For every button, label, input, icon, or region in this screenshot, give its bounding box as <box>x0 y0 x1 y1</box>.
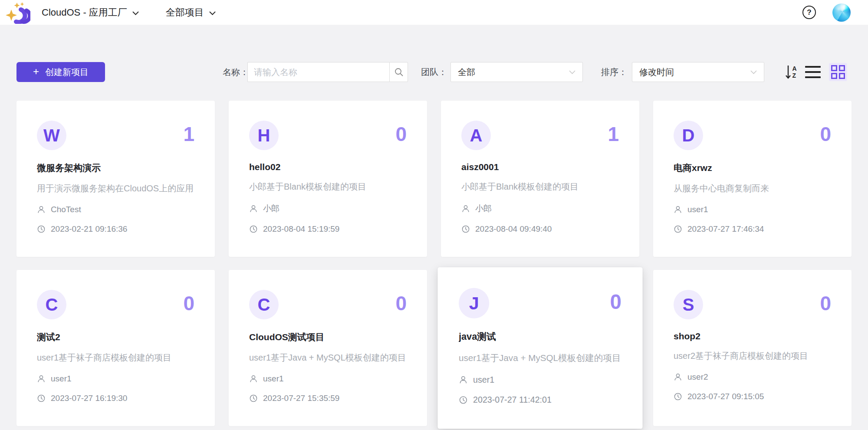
create-project-button[interactable]: + 创建新项目 <box>16 62 105 82</box>
project-owner: user1 <box>263 374 284 384</box>
project-card[interactable]: D 0 电商xrwz 从服务中心电商复制而来 user1 2023-07-27 … <box>653 101 852 257</box>
project-owner-row: user1 <box>37 374 194 384</box>
project-title: CloudOS测试项目 <box>249 331 407 343</box>
project-updated-time: 2023-07-27 09:15:05 <box>687 392 764 401</box>
clock-icon <box>37 394 46 403</box>
help-icon[interactable]: ? <box>802 6 816 19</box>
app-title: CloudOS - 应用工厂 <box>42 6 127 19</box>
app-count-badge: 0 <box>610 288 621 316</box>
sort-select[interactable]: 修改时间 <box>632 62 764 82</box>
project-title: hello02 <box>249 162 407 172</box>
project-owner-row: user1 <box>459 375 621 385</box>
clock-icon <box>249 394 258 403</box>
project-initial: C <box>258 295 270 315</box>
project-avatar: C <box>249 290 279 319</box>
name-search-input[interactable] <box>247 62 389 82</box>
project-avatar: W <box>37 121 66 150</box>
app-count-badge: 0 <box>820 290 831 317</box>
project-title: 测试2 <box>37 331 194 343</box>
project-owner-row: user2 <box>674 372 831 382</box>
project-card[interactable]: J 0 java测试 user1基于Java + MySQL模板创建的项目 us… <box>437 267 642 429</box>
person-icon <box>459 375 468 384</box>
cloudos-logo-icon <box>5 2 30 24</box>
project-avatar: S <box>674 290 703 319</box>
project-owner-row: user1 <box>674 205 831 214</box>
project-description: user1基于Java + MySQL模板创建的项目 <box>249 352 407 364</box>
project-title: java测试 <box>459 331 621 343</box>
person-icon <box>674 373 682 381</box>
chevron-down-icon <box>132 11 139 15</box>
project-card[interactable]: C 0 测试2 user1基于袜子商店模板创建的项目 user1 2023-07… <box>16 270 215 426</box>
project-updated-time: 2023-07-27 15:35:59 <box>263 394 339 403</box>
user-avatar[interactable] <box>832 3 851 22</box>
project-avatar: C <box>37 290 66 319</box>
project-description: user1基于Java + MySQL模板创建的项目 <box>459 352 621 364</box>
project-updated-time: 2023-07-27 11:42:01 <box>473 395 552 405</box>
project-owner: user1 <box>51 374 72 384</box>
app-count-badge: 0 <box>395 121 407 148</box>
project-card[interactable]: A 1 aisz0001 小郎基于Blank模板创建的项目 小郎 2023-08… <box>441 101 639 257</box>
project-title: 微服务架构演示 <box>37 162 194 174</box>
project-title: aisz0001 <box>461 162 619 172</box>
project-card[interactable]: W 1 微服务架构演示 用于演示微服务架构在CloudOS上的应用 ChoTes… <box>16 101 215 257</box>
person-icon <box>674 205 682 214</box>
question-mark-glyph: ? <box>807 8 811 17</box>
project-card[interactable]: C 0 CloudOS测试项目 user1基于Java + MySQL模板创建的… <box>229 270 427 426</box>
name-search-group <box>247 62 408 82</box>
project-description: user2基于袜子商店模板创建的项目 <box>674 350 831 362</box>
project-title: shop2 <box>674 331 831 341</box>
team-filter-label: 团队： <box>421 62 447 82</box>
project-avatar: A <box>461 121 491 150</box>
chevron-down-icon <box>209 11 216 15</box>
project-description: 从服务中心电商复制而来 <box>674 183 831 194</box>
app-switcher[interactable]: CloudOS - 应用工厂 <box>42 6 139 19</box>
plus-icon: + <box>33 66 39 77</box>
project-updated-row: 2023-02-21 09:16:36 <box>37 224 194 234</box>
person-icon <box>37 205 46 214</box>
sort-az-button[interactable]: AZ <box>783 64 799 80</box>
sort-filter-label: 排序： <box>601 62 627 82</box>
project-owner-row: user1 <box>249 374 407 384</box>
chevron-down-icon <box>569 70 575 74</box>
search-icon <box>394 67 404 77</box>
search-button[interactable] <box>389 62 408 82</box>
team-select-value: 全部 <box>458 66 475 78</box>
create-project-label: 创建新项目 <box>45 66 89 78</box>
project-initial: D <box>682 126 695 145</box>
clock-icon <box>37 225 46 233</box>
project-scope-switcher[interactable]: 全部项目 <box>166 6 216 19</box>
sort-arrow-down-icon <box>786 65 791 79</box>
project-card[interactable]: H 0 hello02 小郎基于Blank模板创建的项目 小郎 2023-08-… <box>229 101 427 257</box>
project-updated-row: 2023-07-27 11:42:01 <box>459 395 621 405</box>
project-owner: user1 <box>687 205 708 214</box>
app-count-badge: 1 <box>183 121 194 148</box>
clock-icon <box>249 225 258 233</box>
clock-icon <box>461 225 470 233</box>
sort-az-letters: AZ <box>792 65 796 79</box>
project-avatar: H <box>249 121 279 150</box>
project-description: 用于演示微服务架构在CloudOS上的应用 <box>37 183 194 194</box>
project-owner: user1 <box>473 375 494 385</box>
grid-view-icon <box>831 65 837 71</box>
project-card-grid: W 1 微服务架构演示 用于演示微服务架构在CloudOS上的应用 ChoTes… <box>16 101 852 426</box>
sort-select-value: 修改时间 <box>639 66 674 78</box>
project-initial: S <box>683 295 694 315</box>
chevron-down-icon <box>750 70 757 74</box>
project-updated-time: 2023-08-04 09:49:40 <box>475 224 552 234</box>
project-updated-row: 2023-07-27 16:19:30 <box>37 394 194 403</box>
project-avatar: J <box>459 288 489 318</box>
person-icon <box>249 374 258 383</box>
team-select[interactable]: 全部 <box>450 62 583 82</box>
project-updated-time: 2023-07-27 17:46:34 <box>687 224 764 234</box>
project-updated-time: 2023-02-21 09:16:36 <box>51 224 127 234</box>
list-view-button[interactable] <box>805 65 821 79</box>
project-owner: 小郎 <box>475 203 492 214</box>
project-initial: W <box>43 126 60 145</box>
project-initial: A <box>470 126 483 145</box>
project-description: 小郎基于Blank模板创建的项目 <box>249 181 407 193</box>
project-card[interactable]: S 0 shop2 user2基于袜子商店模板创建的项目 user2 2023-… <box>653 270 852 426</box>
app-count-badge: 1 <box>608 121 619 148</box>
grid-view-button[interactable] <box>829 63 847 81</box>
person-icon <box>37 374 46 383</box>
project-toolbar: + 创建新项目 名称： 团队： 全部 排序： 修改时间 AZ <box>0 62 868 82</box>
